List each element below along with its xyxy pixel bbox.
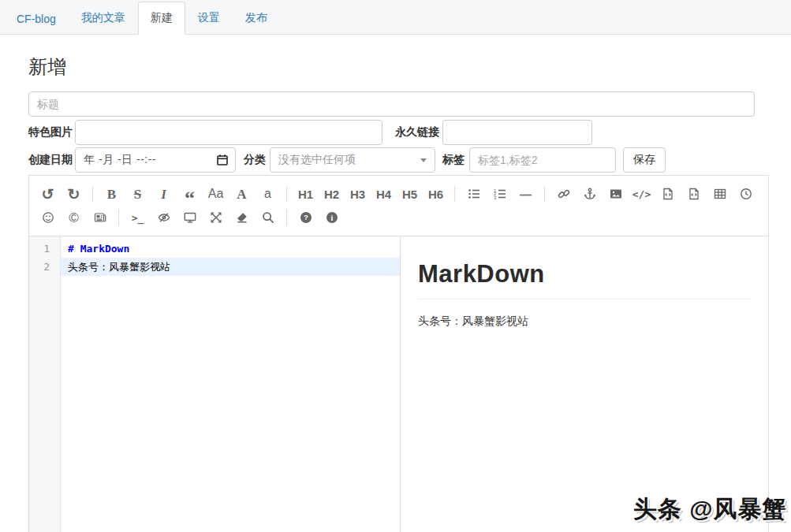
toolbar-h6-button[interactable]: H6 [425,183,446,205]
toolbar-h4-button[interactable]: H4 [373,183,394,205]
strikethrough-icon: S [134,188,141,201]
permalink-input[interactable] [442,120,592,145]
tab-cf-blog[interactable]: CF-blog [4,3,69,35]
toolbar-table-button[interactable] [709,183,730,205]
fullscreen-icon [210,211,222,224]
link-icon [558,188,570,200]
toolbar-help-button[interactable]: ? [295,206,316,229]
toolbar-datetime-button[interactable] [735,183,756,205]
toolbar-strikethrough-button[interactable]: S [127,183,148,205]
toolbar-reference-link-button[interactable] [579,183,600,205]
watermark-text: 头条 @风暴蟹 [633,493,787,526]
toolbar-separator [286,186,287,202]
markdown-preview-pane[interactable]: MarkDown 头条号：风暴蟹影视站 [401,236,768,532]
uppercase-icon: A [237,188,246,201]
preview-heading: MarkDown [418,260,751,299]
nav-tabs: CF-blog我的文章新建设置发布 [0,0,791,35]
markdown-editor: ↺↻BSI“AaAaH1H2H3H4H5H6123—</> ©>_?i 12 #… [28,175,769,532]
search-icon [262,211,274,224]
reference-link-icon [584,188,596,200]
bold-icon: B [107,188,116,201]
html-entities-icon: © [69,211,79,225]
toolbar-clear-button[interactable] [231,206,252,229]
page-title: 新增 [28,55,791,79]
toolbar-list-ul-button[interactable] [463,183,484,205]
permalink-label: 永久链接 [395,125,439,140]
svg-text:i: i [330,214,333,222]
toolbar-uppercase-button[interactable]: A [231,183,252,205]
list-ul-icon [468,188,480,200]
toolbar-separator [454,186,455,202]
toolbar-h2-button[interactable]: H2 [321,183,342,205]
toolbar-emoji-button[interactable] [37,206,58,229]
toolbar-code-button[interactable]: </> [631,183,652,205]
date-placeholder-text: 年 -月 -日 --:-- [84,153,216,167]
undo-icon: ↺ [42,187,54,202]
toolbar-h1-button[interactable]: H1 [295,183,316,205]
tags-input[interactable] [469,147,616,173]
h3-icon: H3 [350,188,365,200]
toolbar-h3-button[interactable]: H3 [347,183,368,205]
toolbar-code-block-button[interactable] [683,183,704,205]
toolbar-fullscreen-button[interactable] [205,206,226,229]
toolbar-image-button[interactable] [605,183,626,205]
toolbar-redo-button[interactable]: ↻ [63,183,84,205]
tab-publish[interactable]: 发布 [233,2,280,35]
code-editor-area[interactable]: # MarkDown头条号：风暴蟹影视站 [61,236,401,532]
category-label: 分类 [244,153,266,167]
italic-icon: I [161,188,166,201]
toolbar-watch-button[interactable] [153,206,174,229]
tab-settings[interactable]: 设置 [185,2,233,35]
save-button[interactable]: 保存 [623,147,666,173]
h6-icon: H6 [428,188,443,200]
h5-icon: H5 [402,188,417,200]
datetime-icon [740,188,752,200]
quote-icon: “ [185,195,195,203]
category-select[interactable]: 没有选中任何项 [270,147,435,173]
code-icon: </> [632,189,651,199]
help-icon: ? [300,211,312,224]
svg-text:3: 3 [494,195,497,200]
toolbar-goto-line-button[interactable]: >_ [127,206,148,229]
line-number: 2 [29,258,60,276]
table-icon [714,188,726,200]
toolbar-row-1: ↺↻BSI“AaAaH1H2H3H4H5H6123—</> [37,182,763,206]
toolbar-preview-button[interactable] [179,206,200,229]
title-input[interactable] [28,91,755,117]
toolbar-quote-button[interactable]: “ [179,183,200,205]
toolbar-list-ol-button[interactable]: 123 [489,183,510,205]
code-line[interactable]: # MarkDown [61,240,400,258]
editor-toolbar: ↺↻BSI“AaAaH1H2H3H4H5H6123—</> ©>_?i [29,176,768,236]
h1-icon: H1 [298,188,313,200]
clear-icon [236,211,248,224]
toolbar-row-2: ©>_?i [37,206,763,229]
toolbar-pagebreak-button[interactable] [89,206,110,229]
toolbar-hr-button[interactable]: — [515,183,536,205]
code-line[interactable]: 头条号：风暴蟹影视站 [61,258,400,276]
toolbar-separator [286,210,287,225]
tab-new[interactable]: 新建 [138,2,185,35]
line-number-gutter: 12 [29,236,61,532]
preformatted-text-icon [662,188,674,200]
created-date-label: 创建日期 [28,153,73,167]
toolbar-undo-button[interactable]: ↺ [37,183,58,205]
tab-my-articles[interactable]: 我的文章 [69,2,138,35]
info-icon: i [326,211,338,224]
hr-icon: — [520,188,532,200]
created-date-input[interactable]: 年 -月 -日 --:-- [75,147,236,173]
toolbar-info-button[interactable]: i [321,206,342,229]
toolbar-bold-button[interactable]: B [101,183,122,205]
toolbar-preformatted-text-button[interactable] [657,183,678,205]
toolbar-h5-button[interactable]: H5 [399,183,420,205]
featured-image-input[interactable] [75,120,382,145]
line-number: 1 [29,240,60,258]
toolbar-uppercase-words-button[interactable]: Aa [205,183,226,205]
emoji-icon [42,211,54,224]
toolbar-lowercase-button[interactable]: a [257,183,278,205]
pagebreak-icon [94,211,106,224]
toolbar-link-button[interactable] [553,183,574,205]
toolbar-html-entities-button[interactable]: © [63,206,84,229]
toolbar-search-button[interactable] [257,206,278,229]
uppercase-words-icon: Aa [208,188,224,200]
toolbar-italic-button[interactable]: I [153,183,174,205]
